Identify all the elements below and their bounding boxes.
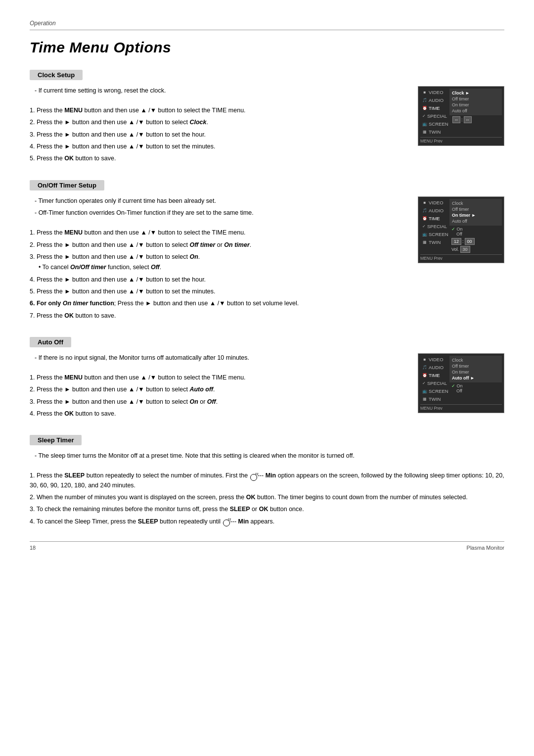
bottom-divider: [30, 541, 504, 542]
page-title: Time Menu Options: [30, 39, 504, 56]
clock-step-5: 5. Press the OK button to save.: [30, 154, 406, 163]
auto-off-section: Auto Off If there is no input signal, th…: [30, 337, 504, 421]
auto-off-step-3: 3. Press the ► button and then use ▲ /▼ …: [30, 397, 406, 407]
onoff-step-7: 7. Press the OK button to save.: [30, 311, 406, 321]
menu-time: ⏰ TIME: [420, 104, 447, 112]
page-footer: 18 Plasma Monitor: [30, 545, 504, 551]
onoff-step-3: 3. Press the ► button and then use ▲ /▼ …: [30, 252, 406, 273]
menu-twin-3: ▦ TWIN: [420, 395, 447, 403]
sleep-icon-1: [250, 474, 257, 481]
onoff-step-2: 2. Press the ► button and then use ▲ /▼ …: [30, 240, 406, 250]
clock-note-1: If current time setting is wrong, reset …: [30, 86, 406, 95]
sleep-timer-section: Sleep Timer The sleep timer turns the Mo…: [30, 435, 504, 526]
auto-off-text: If there is no input signal, the Monitor…: [30, 353, 406, 421]
onoff-step-5: 5. Press the ► button and then use ▲ /▼ …: [30, 287, 406, 296]
sleep-step-2: 2. When the number of minutes you want i…: [30, 493, 504, 502]
menu-video-2: ■ VIDEO: [420, 199, 447, 206]
onoff-step-1: 1. Press the MENU button and then use ▲ …: [30, 228, 406, 237]
clock-step-2: 2. Press the ► button and then use ▲ /▼ …: [30, 118, 406, 127]
clock-step-3: 3. Press the ► button and then use ▲ /▼ …: [30, 130, 406, 140]
menu-time-3: ⏰ TIME: [420, 372, 447, 379]
menu-time-2: ⏰ TIME: [420, 215, 447, 222]
clock-step-1: 1. Press the MENU button and then use ▲ …: [30, 106, 406, 115]
menu-video-3: ■ VIDEO: [420, 356, 447, 363]
onoff-menu-mockup: ■ VIDEO 🎵 AUDIO ⏰ TIME ✓ SPECIAL 📺 SCREE…: [418, 196, 504, 263]
onoff-timer-section: On/Off Timer Setup Timer function operat…: [30, 180, 504, 324]
onoff-note-1: Timer function operates only if current …: [30, 196, 406, 206]
sleep-step-4: 4. To cancel the Sleep Timer, press the …: [30, 517, 504, 526]
onoff-note-2: Off-Timer function overrides On-Timer fu…: [30, 208, 406, 218]
menu-audio: 🎵 AUDIO: [420, 96, 447, 104]
clock-step-4: 4. Press the ► button and then use ▲ /▼ …: [30, 142, 406, 151]
sleep-timer-header: Sleep Timer: [30, 435, 82, 445]
auto-off-step-1: 1. Press the MENU button and then use ▲ …: [30, 373, 406, 382]
auto-off-note-1: If there is no input signal, the Monitor…: [30, 353, 406, 363]
auto-off-header: Auto Off: [30, 337, 71, 347]
onoff-timer-header: On/Off Timer Setup: [30, 180, 104, 190]
clock-setup-header: Clock Setup: [30, 70, 83, 80]
menu-special: ✓ SPECIAL: [420, 112, 447, 120]
menu-twin: ▦ TWIN: [420, 128, 447, 136]
menu-audio-3: 🎵 AUDIO: [420, 364, 447, 371]
clock-setup-section: Clock Setup If current time setting is w…: [30, 70, 504, 166]
auto-off-menu-mockup: ■ VIDEO 🎵 AUDIO ⏰ TIME ✓ SPECIAL 📺 SCREE…: [418, 353, 504, 413]
onoff-step-6: 6. For only On timer function; Press the…: [30, 299, 406, 308]
sleep-icon-2: [223, 520, 230, 526]
auto-off-step-2: 2. Press the ► button and then use ▲ /▼ …: [30, 385, 406, 394]
footer-label: Plasma Monitor: [467, 545, 504, 551]
page-header: Operation: [30, 20, 504, 27]
menu-screen-2: 📺 SCREEN: [420, 231, 447, 238]
menu-twin-2: ▦ TWIN: [420, 238, 447, 246]
clock-setup-text: If current time setting is wrong, reset …: [30, 86, 406, 166]
onoff-step-4: 4. Press the ► button and then use ▲ /▼ …: [30, 275, 406, 284]
sleep-timer-text: The sleep timer turns the Monitor off at…: [30, 451, 504, 526]
menu-screen-3: 📺 SCREEN: [420, 387, 447, 395]
menu-screen: 📺 SCREEN: [420, 120, 447, 128]
onoff-timer-text: Timer function operates only if current …: [30, 196, 406, 324]
sleep-step-1: 1. Press the SLEEP button repeatedly to …: [30, 471, 504, 490]
sleep-note-1: The sleep timer turns the Monitor off at…: [30, 451, 504, 461]
clock-menu-mockup: ■ VIDEO 🎵 AUDIO ⏰ TIME ✓ SPECIAL 📺 SCR: [418, 86, 504, 146]
sleep-step-3: 3. To check the remaining minutes before…: [30, 505, 504, 514]
footer-page-num: 18: [30, 545, 36, 551]
top-divider: [30, 30, 504, 30]
onoff-step-3-sub: • To cancel On/Off timer function, selec…: [39, 263, 406, 272]
menu-special-2: ✓ SPECIAL: [420, 223, 447, 230]
menu-audio-2: 🎵 AUDIO: [420, 207, 447, 214]
auto-off-step-4: 4. Press the OK button to save.: [30, 409, 406, 419]
menu-video: ■ VIDEO: [420, 89, 447, 96]
menu-special-3: ✓ SPECIAL: [420, 379, 447, 387]
